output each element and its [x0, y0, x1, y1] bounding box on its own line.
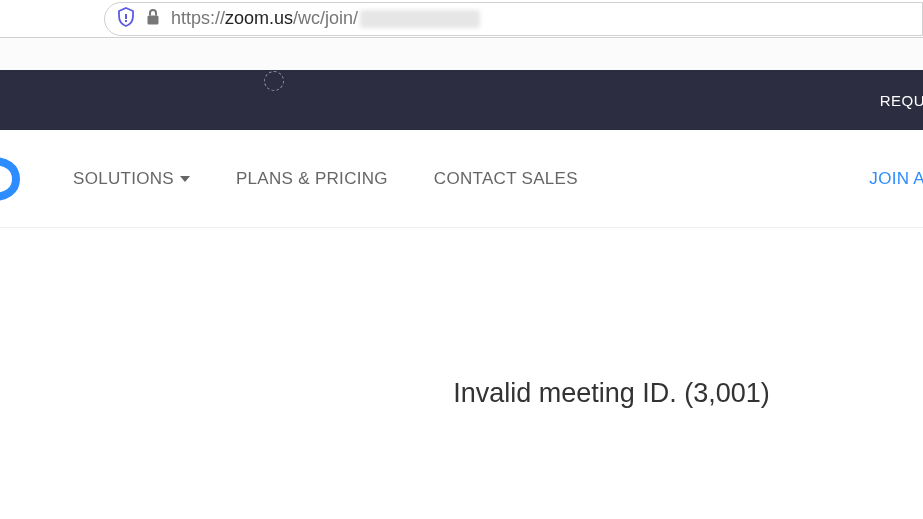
- content-area: Invalid meeting ID. (3,001): [0, 228, 923, 409]
- request-demo-link[interactable]: REQU: [880, 92, 923, 109]
- address-bar[interactable]: https://zoom.us/wc/join/: [104, 2, 923, 36]
- nav-plans-pricing[interactable]: PLANS & PRICING: [236, 169, 388, 189]
- nav-pricing-label: PLANS & PRICING: [236, 169, 388, 189]
- url-text: https://zoom.us/wc/join/: [171, 8, 480, 29]
- nav-contact-label: CONTACT SALES: [434, 169, 578, 189]
- shield-icon: [117, 7, 135, 31]
- nav-solutions[interactable]: SOLUTIONS: [73, 169, 190, 189]
- lock-icon: [145, 8, 161, 30]
- nav-solutions-label: SOLUTIONS: [73, 169, 174, 189]
- top-utility-bar: REQU: [0, 70, 923, 130]
- nav-join-meeting[interactable]: JOIN A: [869, 169, 923, 189]
- address-bar-container: https://zoom.us/wc/join/: [0, 0, 923, 38]
- nav-join-label: JOIN A: [869, 169, 923, 188]
- url-host: zoom.us: [225, 8, 293, 28]
- toolbar-spacer: [0, 38, 923, 70]
- svg-rect-1: [125, 20, 127, 22]
- nav-contact-sales[interactable]: CONTACT SALES: [434, 169, 578, 189]
- svg-rect-2: [148, 15, 159, 24]
- url-path: /wc/join/: [293, 8, 358, 28]
- svg-rect-0: [125, 14, 127, 19]
- zoom-logo-fragment[interactable]: [0, 151, 23, 206]
- error-message: Invalid meeting ID. (3,001): [453, 378, 770, 409]
- main-nav: SOLUTIONS PLANS & PRICING CONTACT SALES …: [0, 130, 923, 228]
- url-redacted: [360, 10, 480, 28]
- url-scheme: https://: [171, 8, 225, 28]
- chevron-down-icon: [180, 176, 190, 182]
- dashed-circle-decoration: [264, 71, 284, 91]
